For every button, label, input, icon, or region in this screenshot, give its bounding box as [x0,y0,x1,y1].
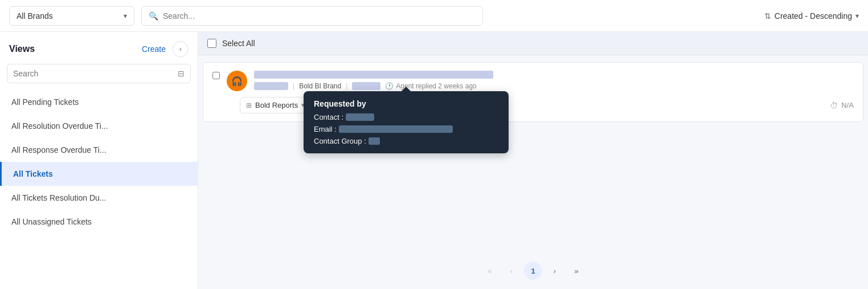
next-page-button[interactable]: › [546,262,564,280]
meta-brand: Bold BI Brand [299,82,341,90]
main-content: Views Create ‹ ⊟ All Pending Tickets All… [0,32,868,289]
tooltip-email-value [339,125,453,133]
global-search-bar[interactable]: 🔍 [141,6,483,26]
table-row: 🎧 | Bold BI Brand | [203,62,863,122]
sort-label: Created - Descending [775,11,852,21]
ticket-meta: | Bold BI Brand | 🕐 Agent replied 2 week… [254,82,854,90]
page-1-button[interactable]: 1 [524,262,542,280]
avatar: 🎧 [227,71,247,91]
select-all-checkbox[interactable] [207,39,216,48]
filter-icon[interactable]: ⊟ [178,69,185,78]
sidebar-item-pending[interactable]: All Pending Tickets [0,90,198,114]
search-icon: 🔍 [149,11,158,21]
meta-divider-2: | [346,82,347,90]
ticket-title [254,71,854,79]
collapse-sidebar-button[interactable]: ‹ [173,41,189,57]
sidebar-nav: All Pending Tickets All Resolution Overd… [0,90,198,234]
tooltip-contact-row: Contact : [314,113,498,121]
tooltip-contact-value [346,113,374,121]
headset-icon: 🎧 [231,76,243,87]
sort-icon: ⇅ [764,11,771,21]
ticket-row-bottom: ⊞ Bold Reports ▾ Requested by Contact : [212,97,854,113]
sidebar-item-unassigned[interactable]: All Unassigned Tickets [0,210,198,234]
sidebar-title: Views [9,44,35,54]
ticket-checkbox[interactable] [212,72,220,79]
chevron-down-icon: ▾ [124,12,127,20]
prev-page-button[interactable]: ‹ [502,262,521,280]
ticket-title-text [254,71,493,79]
ticket-row-top: 🎧 | Bold BI Brand | [212,71,854,91]
na-label: N/A [841,101,854,109]
tooltip-contact-label: Contact : [314,113,343,121]
meta-blurred-2 [352,82,380,90]
sidebar-search-input[interactable] [13,69,174,78]
sidebar-item-all-tickets[interactable]: All Tickets [0,162,198,186]
na-clock-icon: ⏱ [830,101,838,110]
top-bar: All Brands ▾ 🔍 ⇅ Created - Descending ▾ [0,0,868,32]
select-all-label: Select All [222,39,255,48]
meta-time: 🕐 Agent replied 2 weeks ago [385,82,476,90]
sidebar-item-tickets-resolution-due[interactable]: All Tickets Resolution Du... [0,186,198,210]
na-badge: ⏱ N/A [830,101,854,110]
sort-chevron-icon: ▾ [855,12,859,20]
sidebar-item-resolution-overdue[interactable]: All Resolution Overdue Ti... [0,114,198,138]
tooltip-email-row: Email : [314,125,498,133]
grid-icon: ⊞ [246,101,252,109]
meta-divider-1: | [293,82,294,90]
tooltip-email-label: Email : [314,125,337,133]
sidebar-header: Views Create ‹ [0,32,198,64]
tooltip-title: Requested by [314,99,498,108]
sort-control[interactable]: ⇅ Created - Descending ▾ [764,11,859,21]
meta-blurred-1 [254,82,288,90]
sidebar-search-container[interactable]: ⊟ [7,64,191,83]
tickets-area: Select All 🎧 [198,32,868,289]
select-all-bar: Select All [198,32,868,55]
tooltip-group-value [369,137,380,145]
tooltip-group-row: Contact Group : [314,137,498,145]
sidebar: Views Create ‹ ⊟ All Pending Tickets All… [0,32,198,289]
ticket-list: 🎧 | Bold BI Brand | [198,55,868,253]
brand-select[interactable]: All Brands ▾ [9,6,134,26]
tooltip-popup: Requested by Contact : Email : Contact G… [304,91,509,153]
clock-icon: 🕐 [385,82,394,90]
pagination: « ‹ 1 › » [198,253,868,289]
sidebar-actions: Create ‹ [142,41,189,57]
brand-select-label: All Brands [17,11,53,21]
global-search-input[interactable] [163,11,476,21]
sidebar-item-response-overdue[interactable]: All Response Overdue Ti... [0,138,198,162]
create-view-button[interactable]: Create [142,44,166,54]
brand-badge-label: Bold Reports [255,101,298,109]
last-page-button[interactable]: » [567,262,586,280]
ticket-info: | Bold BI Brand | 🕐 Agent replied 2 week… [254,71,854,90]
tooltip-group-label: Contact Group : [314,137,366,145]
first-page-button[interactable]: « [481,262,499,280]
brand-badge[interactable]: ⊞ Bold Reports ▾ [240,97,311,113]
